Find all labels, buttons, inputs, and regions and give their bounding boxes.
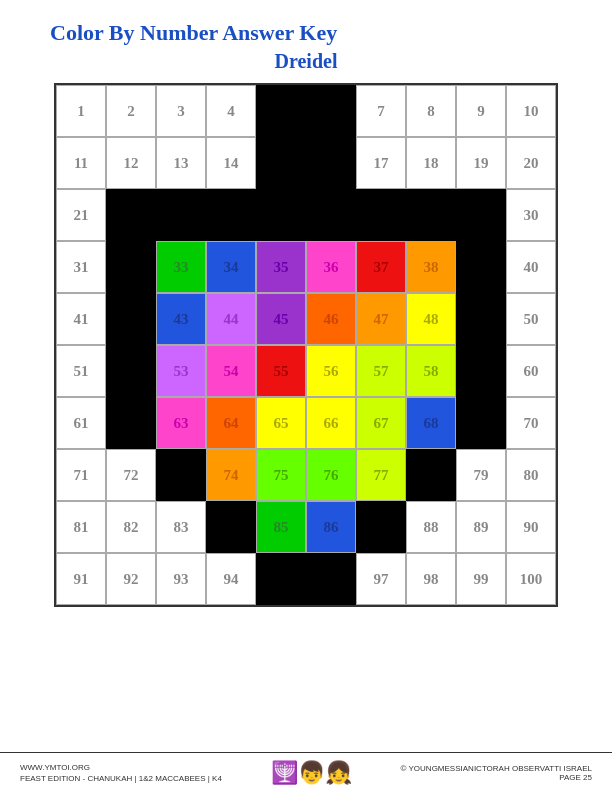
cell-33: 33 (156, 241, 206, 293)
cell-91: 91 (56, 553, 106, 605)
cell-68: 68 (406, 397, 456, 449)
cell-52 (106, 345, 156, 397)
cell-16 (306, 137, 356, 189)
cell-1: 1 (56, 85, 106, 137)
footer-center: 🕎👦👧 (271, 760, 352, 786)
cell-45: 45 (256, 293, 306, 345)
cell-72: 72 (106, 449, 156, 501)
cell-28 (406, 189, 456, 241)
cell-74: 74 (206, 449, 256, 501)
page: Color By Number Answer Key Dreidel 1 2 3… (0, 0, 612, 792)
footer-page: PAGE 25 (401, 773, 592, 782)
cell-3: 3 (156, 85, 206, 137)
cell-20: 20 (506, 137, 556, 189)
cell-71: 71 (56, 449, 106, 501)
cell-86: 86 (306, 501, 356, 553)
cell-78 (406, 449, 456, 501)
cell-95 (256, 553, 306, 605)
cell-99: 99 (456, 553, 506, 605)
cell-4: 4 (206, 85, 256, 137)
cell-83: 83 (156, 501, 206, 553)
cell-46: 46 (306, 293, 356, 345)
footer: WWW.YMTOI.ORG FEAST EDITION - CHANUKAH |… (0, 752, 612, 792)
cell-69 (456, 397, 506, 449)
cell-47: 47 (356, 293, 406, 345)
cell-31: 31 (56, 241, 106, 293)
cell-97: 97 (356, 553, 406, 605)
cell-73 (156, 449, 206, 501)
cell-18: 18 (406, 137, 456, 189)
cell-59 (456, 345, 506, 397)
cell-12: 12 (106, 137, 156, 189)
cell-98: 98 (406, 553, 456, 605)
cell-60: 60 (506, 345, 556, 397)
cell-34: 34 (206, 241, 256, 293)
cell-13: 13 (156, 137, 206, 189)
cell-70: 70 (506, 397, 556, 449)
cell-8: 8 (406, 85, 456, 137)
cell-24 (206, 189, 256, 241)
dreidel-figures-icon: 🕎👦👧 (271, 760, 352, 786)
cell-58: 58 (406, 345, 456, 397)
cell-56: 56 (306, 345, 356, 397)
cell-27 (356, 189, 406, 241)
cell-57: 57 (356, 345, 406, 397)
footer-copyright: © YOUNGMESSIANICTORAH OBSERVATTI ISRAEL (401, 764, 592, 773)
cell-11: 11 (56, 137, 106, 189)
cell-10: 10 (506, 85, 556, 137)
cell-96 (306, 553, 356, 605)
cell-62 (106, 397, 156, 449)
cell-35: 35 (256, 241, 306, 293)
cell-64: 64 (206, 397, 256, 449)
cell-100: 100 (506, 553, 556, 605)
cell-66: 66 (306, 397, 356, 449)
cell-36: 36 (306, 241, 356, 293)
cell-43: 43 (156, 293, 206, 345)
cell-80: 80 (506, 449, 556, 501)
cell-25 (256, 189, 306, 241)
cell-40: 40 (506, 241, 556, 293)
cell-30: 30 (506, 189, 556, 241)
cell-38: 38 (406, 241, 456, 293)
subtitle: Dreidel (275, 50, 338, 73)
cell-51: 51 (56, 345, 106, 397)
cell-93: 93 (156, 553, 206, 605)
cell-63: 63 (156, 397, 206, 449)
cell-54: 54 (206, 345, 256, 397)
color-grid: 1 2 3 4 7 8 9 10 11 12 13 14 17 18 19 20… (54, 83, 558, 607)
cell-39 (456, 241, 506, 293)
main-title: Color By Number Answer Key (50, 20, 337, 46)
cell-7: 7 (356, 85, 406, 137)
cell-15 (256, 137, 306, 189)
cell-61: 61 (56, 397, 106, 449)
cell-55: 55 (256, 345, 306, 397)
cell-84 (206, 501, 256, 553)
cell-92: 92 (106, 553, 156, 605)
cell-22 (106, 189, 156, 241)
cell-37: 37 (356, 241, 406, 293)
footer-right: © YOUNGMESSIANICTORAH OBSERVATTI ISRAEL … (401, 764, 592, 782)
cell-49 (456, 293, 506, 345)
cell-2: 2 (106, 85, 156, 137)
cell-82: 82 (106, 501, 156, 553)
cell-76: 76 (306, 449, 356, 501)
cell-88: 88 (406, 501, 456, 553)
cell-32 (106, 241, 156, 293)
cell-65: 65 (256, 397, 306, 449)
cell-90: 90 (506, 501, 556, 553)
cell-5 (256, 85, 306, 137)
cell-77: 77 (356, 449, 406, 501)
cell-50: 50 (506, 293, 556, 345)
cell-21: 21 (56, 189, 106, 241)
cell-23 (156, 189, 206, 241)
footer-edition: FEAST EDITION - CHANUKAH | 1&2 MACCABEES… (20, 774, 222, 783)
cell-14: 14 (206, 137, 256, 189)
cell-19: 19 (456, 137, 506, 189)
cell-48: 48 (406, 293, 456, 345)
footer-website: WWW.YMTOI.ORG (20, 763, 222, 772)
cell-42 (106, 293, 156, 345)
cell-44: 44 (206, 293, 256, 345)
cell-41: 41 (56, 293, 106, 345)
cell-9: 9 (456, 85, 506, 137)
cell-85: 85 (256, 501, 306, 553)
